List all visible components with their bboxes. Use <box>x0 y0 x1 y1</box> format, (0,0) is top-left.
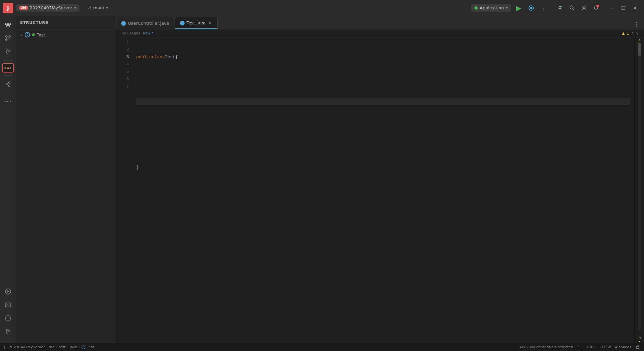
more-run-options-button[interactable]: ⋮ <box>539 3 549 13</box>
status-class-icon <box>81 345 85 349</box>
line-num-6: 6 <box>116 76 129 83</box>
notifications-button[interactable] <box>591 3 601 13</box>
scrollbar-thumb[interactable] <box>638 42 641 56</box>
status-breadcrumb-class[interactable]: Test <box>87 345 94 349</box>
line-num-5: 5 <box>116 68 129 76</box>
brace-close: } <box>136 164 139 171</box>
next-warning-button[interactable]: ∨ <box>636 31 639 35</box>
settings-button[interactable] <box>579 3 589 13</box>
svg-rect-11 <box>8 23 11 25</box>
warning-count: 1 <box>627 31 629 36</box>
project-dropdown-icon: ▾ <box>74 6 76 10</box>
svg-rect-10 <box>5 23 8 25</box>
code-line-6: } <box>136 164 630 171</box>
status-lock-icon[interactable] <box>635 344 640 350</box>
icon-bar: aws ••• <box>0 16 16 343</box>
status-breadcrumb-test[interactable]: test <box>58 345 65 349</box>
minimize-button[interactable]: − <box>605 3 617 13</box>
status-cursor-pos[interactable]: 3:1 <box>577 345 583 349</box>
code-line-7 <box>136 186 630 193</box>
branch-dropdown-icon: ▾ <box>106 6 108 10</box>
tab-usercontroller[interactable]: UserController.java <box>116 17 174 29</box>
sidebar-icon-more[interactable]: ••• <box>2 96 14 108</box>
svg-rect-39 <box>636 346 639 349</box>
status-encoding[interactable]: UTF-8 <box>600 345 611 349</box>
annotation-bar: no usages new * ▲ 1 ∧ ∨ <box>116 29 644 37</box>
line-num-7: 7 <box>116 83 129 90</box>
run-config-dropdown-icon: ▾ <box>506 6 508 10</box>
status-aws[interactable]: AWS: No credentials selected <box>519 345 573 349</box>
status-bar-left: □ 20230407MyServer › src › test › java ›… <box>4 345 94 349</box>
status-line-ending[interactable]: CRLF <box>587 345 597 349</box>
main-layout: aws ••• <box>0 16 644 343</box>
svg-point-21 <box>9 50 10 51</box>
status-project-name[interactable]: 20230407MyServer <box>9 345 45 349</box>
svg-line-8 <box>573 9 574 10</box>
titlebar-right-icons <box>555 3 601 13</box>
sidebar-icon-git[interactable] <box>2 45 14 57</box>
tab-more-button[interactable]: ⋮ <box>631 21 641 28</box>
status-breadcrumb-src[interactable]: src <box>49 345 54 349</box>
sidebar-icon-run[interactable] <box>2 285 14 298</box>
warning-triangle-icon: ▲ <box>622 31 625 35</box>
notifications-area <box>591 3 601 13</box>
window-controls: − ❐ ✕ <box>605 3 641 13</box>
sidebar-icon-terminal[interactable] <box>2 299 14 311</box>
svg-point-9 <box>583 7 585 9</box>
sidebar-title: Structure <box>16 16 116 29</box>
annotation-right: ▲ 1 ∧ ∨ <box>622 31 639 36</box>
project-name: 20230407MyServer <box>30 5 72 10</box>
sidebar-content: ∨ C Test <box>16 29 116 343</box>
tree-item-test[interactable]: ∨ C Test <box>16 31 116 39</box>
scrollbar-track[interactable] <box>638 42 641 330</box>
tab-label-usercontroller: UserController.java <box>128 21 169 26</box>
tab-close-test[interactable]: ✕ <box>208 21 213 25</box>
svg-point-16 <box>5 36 7 37</box>
line-num-1: 1 <box>116 39 129 46</box>
close-button[interactable]: ✕ <box>629 3 641 13</box>
svg-line-26 <box>7 85 8 86</box>
sidebar-icon-services[interactable] <box>2 78 14 90</box>
tree-class-icon: C <box>25 32 30 37</box>
sidebar-icon-vcs[interactable] <box>2 32 14 44</box>
tree-chevron-icon: ∨ <box>20 33 23 37</box>
search-button[interactable] <box>567 3 577 13</box>
restore-button[interactable]: ❐ <box>617 3 629 13</box>
svg-point-20 <box>6 53 7 54</box>
code-line-2 <box>136 76 630 83</box>
svg-point-17 <box>9 36 10 37</box>
status-indent[interactable]: 4 spaces <box>615 345 632 349</box>
branch-selector[interactable]: ⎇ main ▾ <box>83 4 111 12</box>
svg-point-38 <box>82 346 85 349</box>
status-bar-right: AWS: No credentials selected 3:1 CRLF UT… <box>519 344 640 350</box>
sidebar-icon-problems[interactable] <box>2 312 14 324</box>
sidebar-panel: Structure ∨ C Test <box>16 16 116 343</box>
code-content[interactable]: public class Test { } <box>132 37 634 343</box>
sidebar-icon-structure[interactable] <box>2 19 14 31</box>
tab-icon-usercontroller <box>121 21 126 26</box>
svg-point-7 <box>570 6 573 9</box>
annotation-new: new * <box>143 31 154 35</box>
tab-test[interactable]: Test.java ✕ <box>175 17 218 29</box>
code-editor[interactable]: 1 2 3 4 5 6 7 public class Test { } <box>116 37 644 343</box>
more-icon: ••• <box>4 100 12 104</box>
add-profile-button[interactable] <box>555 3 565 13</box>
icon-bar-bottom <box>2 285 14 340</box>
run-button[interactable]: ▶ <box>513 3 524 13</box>
project-selector[interactable]: 2M 20230407MyServer ▾ <box>16 4 79 12</box>
classname-test: Test <box>165 53 175 61</box>
branch-icon: ⎇ <box>86 5 91 10</box>
run-config-name: Application <box>480 5 504 10</box>
run-config-selector[interactable]: Application ▾ <box>471 4 511 12</box>
status-bar: □ 20230407MyServer › src › test › java ›… <box>0 343 644 351</box>
svg-point-35 <box>6 333 7 334</box>
sidebar-icon-git-bottom[interactable] <box>2 326 14 338</box>
status-breadcrumb-java[interactable]: java <box>70 345 77 349</box>
debug-button[interactable] <box>526 3 536 13</box>
branch-name: main <box>93 5 104 10</box>
tab-label-test: Test.java <box>187 20 206 25</box>
sidebar-icon-aws[interactable]: aws <box>2 63 14 73</box>
svg-text:J: J <box>7 5 9 11</box>
app-logo: J <box>3 3 13 13</box>
prev-warning-button[interactable]: ∧ <box>631 31 634 35</box>
